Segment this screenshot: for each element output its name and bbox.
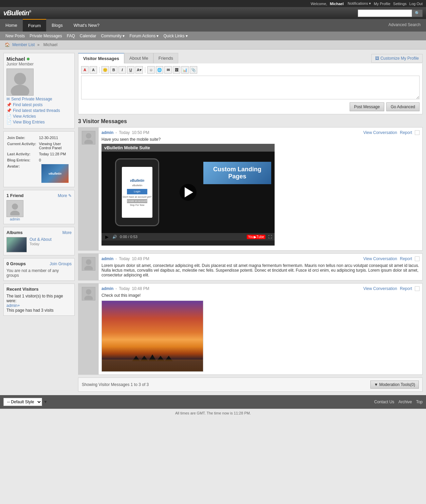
footer-top[interactable]: Top bbox=[416, 400, 423, 404]
subnav-quick-links[interactable]: Quick Links ▾ bbox=[162, 33, 190, 39]
style-select-dropdown[interactable]: -- Default Style bbox=[3, 398, 42, 406]
topbar-settings[interactable]: Settings bbox=[393, 2, 407, 6]
mod-tools-btn[interactable]: ▼ Moderation Tools(0) bbox=[370, 381, 419, 389]
view-conversation-3[interactable]: View Conversation bbox=[363, 286, 397, 291]
toolbar-bold[interactable]: B bbox=[110, 66, 117, 74]
online-indicator bbox=[27, 58, 30, 60]
tab-about-me[interactable]: About Me bbox=[124, 53, 153, 63]
view-articles-link[interactable]: 📄 View Articles bbox=[6, 114, 72, 119]
advanced-search-link[interactable]: Advanced Search bbox=[383, 19, 426, 32]
breadcrumb-member-list[interactable]: Member List bbox=[12, 42, 35, 47]
main-content: Visitor Messages About Me Friends 🖼 Cust… bbox=[78, 53, 423, 392]
tabs: Visitor Messages About Me Friends bbox=[78, 53, 178, 63]
svg-point-0 bbox=[14, 73, 26, 85]
vm-header-2: admin - Today 10:49 PM View Conversation… bbox=[101, 256, 420, 261]
vm-message-3: admin - Today 10:48 PM View Conversation… bbox=[78, 283, 423, 375]
subnav-community[interactable]: Community ▾ bbox=[99, 33, 127, 39]
compose-actions: Post Message Go Advanced bbox=[81, 102, 420, 111]
message-textarea[interactable] bbox=[81, 76, 420, 99]
toolbar-underline[interactable]: U bbox=[127, 66, 134, 74]
vm-author-1[interactable]: admin bbox=[101, 130, 113, 135]
search-button[interactable]: 🔍 bbox=[412, 9, 423, 17]
vm-avatar-1 bbox=[78, 128, 99, 250]
topbar-logout[interactable]: Log Out bbox=[409, 2, 423, 6]
view-blog-entries-link[interactable]: 📄 View Blog Entries bbox=[6, 120, 72, 124]
home-icon[interactable]: 🏠 bbox=[5, 42, 10, 47]
report-icon-2 bbox=[415, 256, 420, 261]
video-time: 0:00 / 0:53 bbox=[120, 235, 137, 239]
subnav-new-posts[interactable]: New Posts bbox=[3, 33, 27, 39]
play-triangle-icon bbox=[185, 187, 193, 197]
meta-table: Join Date: 12-30-2011 Current Activity: … bbox=[6, 134, 72, 184]
logo: vBulletin® bbox=[3, 9, 31, 17]
subnav-forum-actions[interactable]: Forum Actions ▾ bbox=[127, 33, 161, 39]
toolbar-table[interactable]: 📊 bbox=[181, 66, 189, 74]
breadcrumb-separator: » bbox=[37, 42, 40, 47]
nav-forum[interactable]: Forum bbox=[23, 19, 47, 32]
posts-icon: 📌 bbox=[6, 102, 12, 107]
toolbar-email[interactable]: ✉ bbox=[164, 66, 172, 74]
nav-blogs[interactable]: Blogs bbox=[46, 19, 68, 32]
vm-message-1: admin - Today 10:50 PM View Conversation… bbox=[78, 127, 423, 251]
customize-icon: 🖼 bbox=[375, 56, 379, 61]
recent-visitors-section: Recent Visitors The last 1 visitor(s) to… bbox=[3, 284, 75, 316]
toolbar-italic[interactable]: I bbox=[118, 66, 126, 74]
vm-author-2[interactable]: admin bbox=[101, 256, 113, 261]
vm-footer: Showing Visitor Messages 1 to 3 of 3 ▼ M… bbox=[78, 377, 423, 392]
friends-more-link[interactable]: More ✎ bbox=[58, 193, 72, 198]
customize-profile-btn[interactable]: 🖼 Customize My Profile bbox=[371, 54, 423, 63]
find-latest-threads-link[interactable]: 📌 Find latest started threads bbox=[6, 108, 72, 113]
subnav-calendar[interactable]: Calendar bbox=[78, 33, 98, 39]
search-input[interactable] bbox=[358, 9, 412, 17]
fullscreen-icon[interactable]: ⛶ bbox=[268, 235, 272, 239]
album-title-link[interactable]: Out & About bbox=[30, 237, 52, 242]
tab-friends[interactable]: Friends bbox=[153, 53, 178, 63]
recent-visitors-info: The last 1 visitor(s) to this page were:… bbox=[6, 294, 72, 313]
logo-bar: vBulletin® 🔍 bbox=[0, 7, 426, 19]
toolbar-attach[interactable]: 📎 bbox=[190, 66, 197, 74]
play-button-overlay[interactable] bbox=[180, 184, 197, 201]
vm-avatar-3 bbox=[78, 284, 99, 374]
video-play-btn[interactable]: ▶ bbox=[104, 234, 110, 239]
nav-home[interactable]: Home bbox=[0, 19, 23, 32]
vm-avatar-2 bbox=[78, 254, 99, 280]
svg-point-1 bbox=[11, 85, 30, 96]
topbar-notifications[interactable]: Notifications ▾ bbox=[346, 1, 371, 6]
view-conversation-1[interactable]: View Conversation bbox=[363, 130, 397, 135]
subnav-private-messages[interactable]: Private Messages bbox=[27, 33, 64, 39]
footer-contact-us[interactable]: Contact Us bbox=[374, 400, 394, 404]
nav-whats-new[interactable]: What's New? bbox=[68, 19, 105, 32]
report-3[interactable]: Report bbox=[400, 286, 412, 291]
toolbar-smiley[interactable]: 🙂 bbox=[101, 66, 109, 74]
toolbar-color[interactable]: A▾ bbox=[135, 66, 143, 74]
vm-message-2: admin - Today 10:49 PM View Conversation… bbox=[78, 253, 423, 280]
vm-author-3[interactable]: admin bbox=[101, 286, 113, 291]
vm-avatar-img-1 bbox=[82, 131, 95, 144]
topbar-username[interactable]: Michael bbox=[330, 2, 344, 6]
post-message-btn[interactable]: Post Message bbox=[350, 102, 384, 111]
report-1[interactable]: Report bbox=[400, 130, 412, 135]
toolbar-font-size[interactable]: A bbox=[90, 66, 97, 74]
toolbar-link[interactable]: 🌐 bbox=[156, 66, 163, 74]
friend-avatar bbox=[6, 200, 23, 217]
go-advanced-btn[interactable]: Go Advanced bbox=[386, 102, 420, 111]
style-dropdown-icon: ▼ bbox=[43, 400, 48, 404]
toolbar-emoji[interactable]: ☺ bbox=[147, 66, 155, 74]
footer-archive[interactable]: Archive bbox=[399, 400, 412, 404]
find-latest-posts-link[interactable]: 📌 Find latest posts bbox=[6, 102, 72, 107]
albums-more-link[interactable]: More bbox=[62, 230, 72, 235]
subnav-faq[interactable]: FAQ bbox=[65, 33, 77, 39]
recent-visitor-link[interactable]: admin+ bbox=[6, 303, 20, 308]
toolbar-image[interactable]: 🖼 bbox=[173, 66, 180, 74]
join-groups-link[interactable]: Join Groups bbox=[50, 261, 72, 266]
send-pm-link[interactable]: ✉ Send Private Message bbox=[6, 97, 72, 101]
vm-body-1: admin - Today 10:50 PM View Conversation… bbox=[99, 128, 422, 250]
view-conversation-2[interactable]: View Conversation bbox=[363, 256, 397, 261]
report-2[interactable]: Report bbox=[400, 256, 412, 261]
report-icon-3 bbox=[415, 286, 420, 291]
bottom-bar-text: All times are GMT. The time now is bbox=[175, 411, 233, 415]
topbar-my-profile[interactable]: My Profile bbox=[374, 2, 390, 6]
tab-visitor-messages[interactable]: Visitor Messages bbox=[78, 53, 124, 63]
toolbar-font-color[interactable]: A bbox=[81, 66, 89, 74]
groups-count: 0 Groups bbox=[6, 261, 26, 266]
